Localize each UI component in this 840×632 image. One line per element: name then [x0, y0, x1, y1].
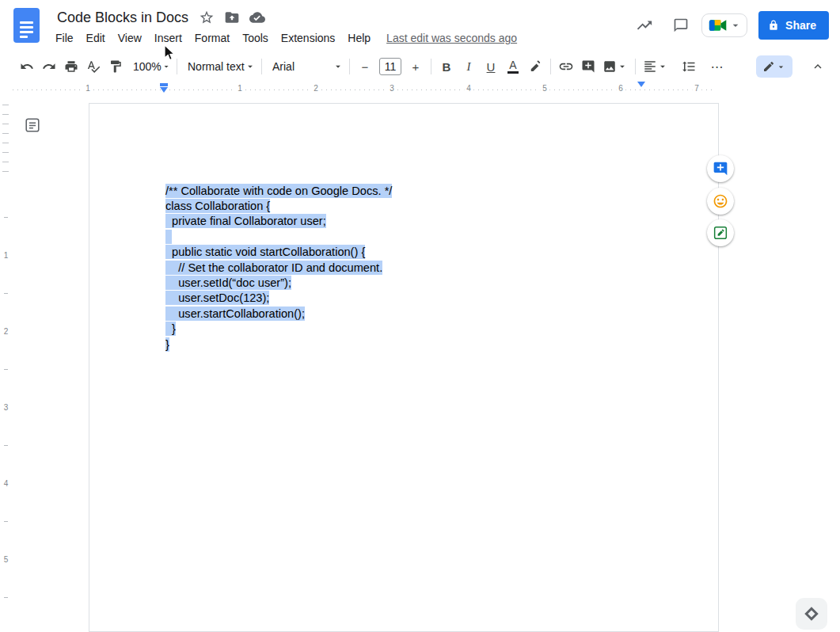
code-line[interactable]: user.setDoc(123); — [165, 291, 392, 306]
right-indent-marker[interactable] — [637, 87, 645, 101]
code-line[interactable]: user.startCollaboration(); — [165, 306, 392, 321]
ruler-number: 2 — [311, 84, 321, 93]
folder-move-icon — [224, 10, 240, 25]
last-edit-link[interactable]: Last edit was seconds ago — [386, 32, 517, 44]
share-button[interactable]: Share — [758, 11, 829, 40]
menu-tools[interactable]: Tools — [236, 29, 275, 47]
decrease-font-size-button[interactable]: − — [354, 56, 376, 77]
font-size-input[interactable]: 11 — [379, 58, 401, 75]
show-outline-button[interactable] — [23, 116, 42, 135]
toolbar: 100% Normal text Arial − 11 + B I U A — [0, 52, 840, 81]
increase-font-size-button[interactable]: + — [405, 56, 427, 77]
menu-view[interactable]: View — [112, 29, 148, 47]
meet-icon — [709, 17, 728, 33]
menu-insert[interactable]: Insert — [148, 29, 188, 47]
align-left-icon — [643, 59, 657, 74]
code-block: /** Collaborate with code on Google Docs… — [165, 183, 392, 352]
menu-bar: File Edit View Insert Format Tools Exten… — [49, 29, 517, 47]
ruler-number: 4 — [0, 479, 12, 488]
paint-roller-icon — [108, 59, 123, 74]
font-value: Arial — [272, 60, 295, 73]
pencil-icon — [762, 60, 775, 73]
explore-button[interactable] — [796, 598, 827, 630]
spell-check-button[interactable] — [82, 56, 105, 77]
add-comment-fab[interactable] — [707, 155, 734, 182]
hide-menus-button[interactable] — [807, 56, 829, 77]
code-line[interactable] — [165, 229, 392, 244]
undo-button[interactable] — [16, 56, 38, 77]
menu-file[interactable]: File — [49, 29, 80, 47]
code-line[interactable]: private final Collaborator user; — [165, 214, 392, 229]
document-title[interactable]: Code Blocks in Docs — [54, 8, 192, 28]
ruler-number: 3 — [0, 403, 12, 412]
ruler-number: 2 — [0, 327, 12, 336]
italic-button[interactable]: I — [458, 56, 480, 77]
horizontal-ruler[interactable]: 1 1 2 3 4 5 6 7 — [0, 82, 840, 95]
font-select[interactable]: Arial — [266, 56, 345, 77]
print-button[interactable] — [60, 56, 82, 77]
spellcheck-icon — [86, 59, 101, 74]
underline-button[interactable]: U — [480, 56, 502, 77]
left-indent-marker[interactable] — [160, 83, 168, 93]
insert-link-button[interactable] — [555, 56, 577, 77]
highlight-color-button[interactable] — [524, 56, 546, 77]
line-spacing-icon — [682, 59, 696, 74]
code-line[interactable]: } — [165, 337, 392, 352]
text-color-button[interactable]: A — [502, 56, 524, 77]
paragraph-style-value: Normal text — [188, 60, 245, 73]
first-line-indent-marker[interactable] — [160, 83, 168, 86]
docs-logo[interactable] — [13, 8, 40, 43]
ruler-number: 1 — [83, 84, 93, 93]
chevron-down-icon — [776, 62, 786, 72]
redo-button[interactable] — [38, 56, 60, 77]
code-line[interactable]: } — [165, 322, 392, 337]
star-button[interactable] — [196, 7, 217, 28]
star-icon — [199, 10, 215, 25]
emoji-reaction-fab[interactable] — [707, 188, 734, 215]
more-icon: ⋯ — [711, 59, 724, 74]
print-icon — [64, 59, 78, 74]
highlighter-icon — [528, 59, 542, 74]
code-line[interactable]: // Set the collaborator ID and document. — [165, 260, 392, 275]
chevron-down-icon — [245, 61, 256, 72]
more-toolbar-options-button[interactable]: ⋯ — [706, 56, 728, 77]
code-line[interactable]: /** Collaborate with code on Google Docs… — [165, 183, 392, 198]
menu-edit[interactable]: Edit — [80, 29, 112, 47]
document-page[interactable]: /** Collaborate with code on Google Docs… — [89, 103, 719, 632]
code-line[interactable]: class Collaboration { — [165, 198, 392, 213]
line-spacing-button[interactable] — [678, 56, 700, 77]
ruler-number: 1 — [0, 251, 12, 260]
suggest-edits-fab[interactable] — [707, 219, 734, 246]
document-status-button[interactable] — [247, 7, 268, 28]
paint-format-button[interactable] — [105, 56, 127, 77]
ruler-number: 5 — [540, 84, 549, 93]
vertical-ruler[interactable]: 1 2 3 4 5 — [0, 95, 12, 632]
paragraph-style-select[interactable]: Normal text — [181, 56, 257, 77]
align-button[interactable] — [640, 56, 671, 77]
menu-extensions[interactable]: Extensions — [275, 29, 341, 47]
insert-image-button[interactable] — [599, 56, 631, 77]
zoom-select[interactable]: 100% — [127, 56, 173, 77]
chevron-down-icon — [162, 62, 171, 71]
ruler-number: 4 — [464, 84, 473, 93]
menu-format[interactable]: Format — [188, 29, 236, 47]
code-line[interactable]: user.setId(“doc user”); — [165, 275, 392, 290]
add-comment-button[interactable] — [577, 56, 599, 77]
open-comments-button[interactable] — [665, 10, 697, 41]
code-line[interactable]: public static void startCollaboration() … — [165, 245, 392, 260]
activity-dashboard-button[interactable] — [629, 10, 660, 41]
editing-mode-button[interactable] — [756, 55, 792, 78]
emoji-icon — [713, 193, 728, 209]
move-button[interactable] — [222, 7, 242, 28]
chevron-down-icon — [617, 61, 628, 72]
explore-icon — [804, 606, 819, 622]
undo-icon — [20, 59, 34, 74]
text-color-icon: A — [507, 59, 519, 74]
trending-up-icon — [636, 17, 653, 34]
menu-help[interactable]: Help — [341, 29, 377, 47]
chevron-down-icon — [333, 61, 344, 72]
redo-icon — [42, 59, 56, 74]
chevron-up-icon — [811, 59, 825, 74]
bold-button[interactable]: B — [435, 56, 458, 77]
join-call-button[interactable] — [701, 13, 747, 37]
